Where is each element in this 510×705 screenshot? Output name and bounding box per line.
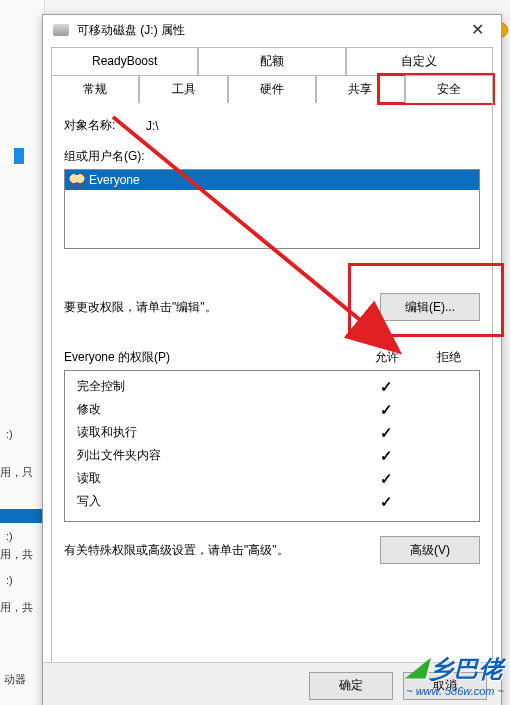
bg-text: 用，只: [0, 465, 33, 479]
deny-col-header: 拒绝: [418, 349, 480, 366]
check-icon: [355, 493, 417, 511]
permission-row: 读取和执行: [65, 421, 479, 444]
tab-hardware[interactable]: 硬件: [228, 75, 316, 103]
tab-quota[interactable]: 配额: [198, 47, 345, 75]
ok-button[interactable]: 确定: [309, 672, 393, 700]
window-title: 可移动磁盘 (J:) 属性: [77, 22, 459, 39]
users-icon: [69, 173, 85, 187]
tab-custom[interactable]: 自定义: [346, 47, 493, 75]
bg-icon: [14, 148, 24, 164]
close-button[interactable]: ✕: [459, 18, 495, 42]
permissions-listbox[interactable]: 完全控制 修改 读取和执行 列出文件夹内容 读取 写入: [64, 370, 480, 522]
permission-row: 列出文件夹内容: [65, 444, 479, 467]
properties-dialog: 可移动磁盘 (J:) 属性 ✕ ReadyBoost 配额 自定义 常规 工具 …: [42, 14, 502, 705]
permission-row: 完全控制: [65, 375, 479, 398]
allow-col-header: 允许: [356, 349, 418, 366]
bg-text: :): [6, 573, 13, 587]
tab-tools[interactable]: 工具: [139, 75, 227, 103]
permission-row: 写入: [65, 490, 479, 513]
list-item[interactable]: Everyone: [65, 170, 479, 190]
list-item-label: Everyone: [89, 173, 140, 187]
check-icon: [355, 401, 417, 419]
bg-text: :): [6, 427, 13, 441]
groups-listbox[interactable]: Everyone: [64, 169, 480, 249]
edit-button[interactable]: 编辑(E)...: [380, 293, 480, 321]
groups-label: 组或用户名(G):: [64, 148, 480, 165]
tab-sharing[interactable]: 共享: [316, 75, 404, 103]
check-icon: [355, 424, 417, 442]
bg-text: 动器: [4, 672, 26, 686]
drive-icon: [53, 24, 69, 36]
permission-row: 读取: [65, 467, 479, 490]
bg-text: 用，共: [0, 600, 33, 614]
edit-hint: 要更改权限，请单击"编辑"。: [64, 299, 380, 316]
tab-readyboost[interactable]: ReadyBoost: [51, 47, 198, 75]
object-name-label: 对象名称:: [64, 117, 130, 134]
bg-text: :): [6, 529, 13, 543]
check-icon: [355, 470, 417, 488]
cancel-button[interactable]: 取消: [403, 672, 487, 700]
security-panel: 对象名称: J:\ 组或用户名(G): Everyone 要更改权限，请单击"编…: [51, 103, 493, 681]
titlebar: 可移动磁盘 (J:) 属性 ✕: [43, 15, 501, 45]
dialog-button-bar: 确定 取消: [43, 662, 501, 705]
bg-text: 用，共: [0, 547, 33, 561]
tab-security[interactable]: 安全: [405, 75, 493, 103]
tab-strip: ReadyBoost 配额 自定义 常规 工具 硬件 共享 安全: [51, 47, 493, 103]
check-icon: [355, 378, 417, 396]
permissions-label: Everyone 的权限(P): [64, 349, 356, 366]
permission-row: 修改: [65, 398, 479, 421]
bg-highlight: [0, 509, 44, 523]
advanced-button[interactable]: 高级(V): [380, 536, 480, 564]
object-name-value: J:\: [146, 119, 159, 133]
tab-general[interactable]: 常规: [51, 75, 139, 103]
background-window: :) 用，只 :) 用，共 :) 用，共 动器: [0, 0, 45, 705]
check-icon: [355, 447, 417, 465]
advanced-hint: 有关特殊权限或高级设置，请单击"高级"。: [64, 542, 370, 559]
